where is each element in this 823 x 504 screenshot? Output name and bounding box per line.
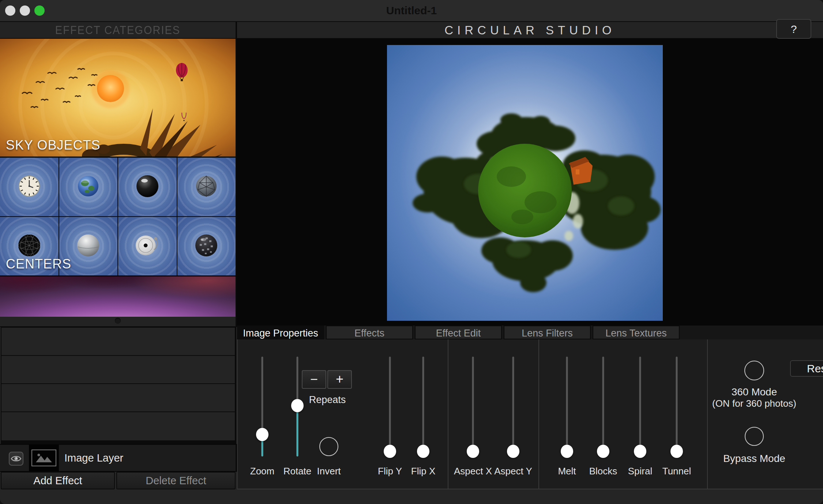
empty-layer-row[interactable]	[1, 356, 235, 384]
visibility-toggle[interactable]	[9, 452, 23, 466]
app-logo: CIRCULAR STUDIO	[237, 22, 823, 39]
clock-face-icon	[18, 175, 41, 199]
center-thumbnail-earth-globe[interactable]	[59, 158, 118, 216]
slider-thumb[interactable]	[256, 428, 268, 441]
tab-lens-filters[interactable]: Lens Filters	[504, 326, 591, 339]
add-effect-button[interactable]: Add Effect	[1, 472, 115, 489]
layer-name: Image Layer	[64, 445, 123, 471]
slider-thumb[interactable]	[507, 445, 519, 458]
help-button[interactable]: ?	[776, 19, 811, 39]
center-thumbnail-geodesic-sphere[interactable]	[177, 158, 236, 216]
category-sky-objects[interactable]: SKY OBJECTS	[0, 39, 237, 158]
empty-layer-row[interactable]	[1, 384, 235, 412]
slider-thumb[interactable]	[670, 445, 683, 458]
mode-360-toggle[interactable]	[744, 361, 764, 380]
bottom-tab-bar: Image PropertiesEffectsEffect EditLens F…	[237, 326, 823, 339]
panel-resize-handle[interactable]	[0, 317, 237, 327]
empty-layer-row[interactable]	[1, 412, 235, 440]
vinyl-record-icon	[135, 234, 160, 258]
slider-aspect-y[interactable]: Aspect Y	[491, 339, 535, 489]
app-header: CIRCULAR STUDIO	[237, 22, 823, 39]
slider-fill	[297, 406, 298, 456]
slider-label: Rotate	[275, 466, 319, 477]
layer-row-image-layer[interactable]: Image Layer	[0, 444, 237, 472]
slider-thumb[interactable]	[561, 445, 573, 458]
slider-thumb[interactable]	[291, 399, 304, 412]
glossy-black-sphere-icon	[136, 174, 159, 199]
slider-thumb[interactable]	[634, 445, 646, 458]
wireframe-sphere-icon	[18, 234, 41, 259]
image-properties-panel: − + Repeats Invert 360 Mode (ON for 360 …	[237, 339, 823, 489]
slider-thumb[interactable]	[467, 445, 479, 458]
titlebar: Untitled-1	[0, 0, 823, 22]
image-icon	[34, 452, 53, 464]
divider	[707, 339, 708, 489]
tab-lens-textures[interactable]: Lens Textures	[593, 326, 680, 339]
repeats-increase-button[interactable]: +	[327, 370, 352, 389]
slider-track[interactable]	[676, 357, 678, 456]
app-window: Untitled-1 EFFECT CATEGORIES CIRCULAR ST…	[0, 0, 823, 504]
bypass-mode-toggle[interactable]	[745, 427, 764, 446]
slider-flip-x[interactable]: Flip X	[401, 339, 445, 489]
center-thumbnail-clock-face[interactable]	[0, 158, 59, 216]
slider-track[interactable]	[639, 357, 641, 456]
earth-globe-icon	[77, 175, 99, 199]
slider-thumb[interactable]	[417, 445, 429, 458]
mode-360-sublabel: (ON for 360 photos)	[699, 398, 809, 409]
effect-categories-header: EFFECT CATEGORIES	[0, 22, 237, 39]
slider-track[interactable]	[389, 357, 391, 456]
effect-layer-list[interactable]	[1, 327, 236, 445]
slider-rotate[interactable]: Rotate	[275, 339, 319, 489]
slider-track[interactable]	[472, 357, 474, 456]
slider-track[interactable]	[602, 357, 604, 456]
category-purple-clouds[interactable]	[0, 277, 237, 317]
slider-label: Aspect X	[451, 466, 495, 477]
tab-effects[interactable]: Effects	[326, 326, 413, 339]
category-label: CENTERS	[6, 256, 71, 272]
metal-sphere-icon	[76, 234, 100, 259]
center-thumbnail-disco-ball[interactable]	[177, 217, 236, 275]
slider-label: Aspect Y	[491, 466, 535, 477]
resize-notch-icon	[115, 318, 121, 324]
tab-image-properties[interactable]: Image Properties	[237, 326, 324, 339]
bypass-mode-label: Bypass Mode	[714, 453, 794, 464]
category-label: SKY OBJECTS	[6, 138, 100, 153]
eye-icon	[11, 455, 22, 463]
slider-track[interactable]	[566, 357, 568, 456]
slider-label: Flip X	[401, 466, 445, 477]
delete-effect-button[interactable]: Delete Effect	[116, 472, 236, 489]
slider-track[interactable]	[512, 357, 514, 456]
slider-thumb[interactable]	[384, 445, 396, 458]
geodesic-sphere-icon	[195, 175, 218, 199]
tiny-planet-image	[387, 45, 663, 321]
mode-360-label: 360 Mode	[714, 386, 794, 398]
effect-categories-title: EFFECT CATEGORIES	[0, 22, 236, 38]
layer-thumbnail	[29, 445, 59, 471]
slider-track[interactable]	[422, 357, 424, 456]
slider-aspect-x[interactable]: Aspect X	[451, 339, 495, 489]
tab-effect-edit[interactable]: Effect Edit	[415, 326, 502, 339]
divider	[448, 339, 448, 489]
preview-canvas	[237, 39, 823, 326]
divider	[538, 339, 539, 489]
disco-ball-icon	[195, 234, 218, 259]
reset-button[interactable]: Res	[790, 360, 823, 377]
center-thumbnail-glossy-black-sphere[interactable]	[118, 158, 177, 216]
invert-toggle[interactable]	[319, 437, 338, 456]
slider-tunnel[interactable]: Tunnel	[655, 339, 699, 489]
center-thumbnail-vinyl-record[interactable]	[118, 217, 177, 275]
empty-layer-row[interactable]	[1, 328, 235, 356]
slider-label: Tunnel	[655, 466, 699, 477]
window-title: Untitled-1	[0, 0, 823, 21]
slider-thumb[interactable]	[597, 445, 609, 458]
category-centers[interactable]: CENTERS	[0, 158, 237, 277]
